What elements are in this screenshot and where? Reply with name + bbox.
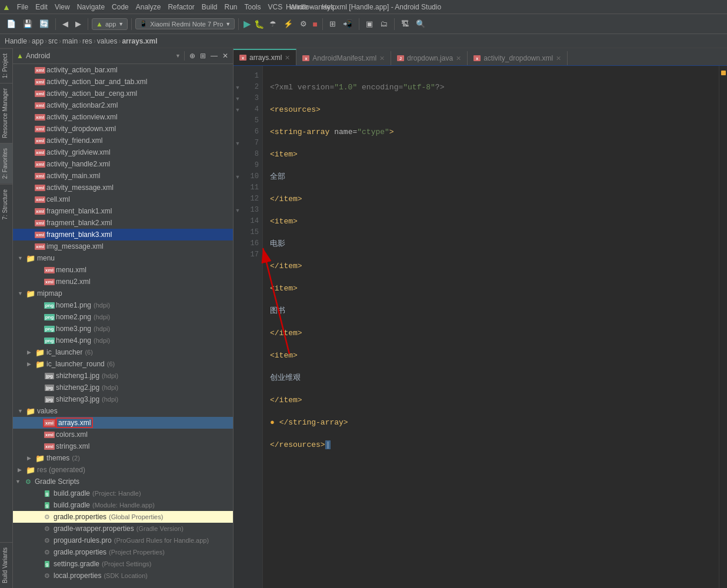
- tree-item-menu-folder[interactable]: ▼ 📁 menu: [13, 252, 233, 264]
- tree-item-ic-launcher[interactable]: ▶ 📁 ic_launcher (6): [13, 346, 233, 358]
- close-icon[interactable]: ✕: [285, 54, 290, 62]
- menu-help[interactable]: Help: [319, 2, 339, 12]
- project-structure-btn[interactable]: 🏗: [398, 18, 412, 30]
- bc-values[interactable]: values: [97, 37, 118, 45]
- new-file-btn[interactable]: 📄: [4, 18, 19, 30]
- tree-item-home1[interactable]: png home1.png (hdpi): [13, 299, 233, 311]
- menu-navigate[interactable]: Navigate: [74, 2, 108, 12]
- tree-item-fragment-blank1[interactable]: xml fragment_blank1.xml: [13, 205, 233, 217]
- tree-item-local-properties[interactable]: ⚙ local.properties (SDK Location): [13, 570, 233, 582]
- tree-item-activity-friend[interactable]: xml activity_friend.xml: [13, 135, 233, 146]
- device-dropdown[interactable]: 📱 Xiaomi Redmi Note 7 Pro ▼: [135, 18, 235, 29]
- android-dropdown-icon[interactable]: ▼: [175, 53, 181, 59]
- tree-item-res-generated[interactable]: ▶ 📁 res (generated): [13, 464, 233, 476]
- menu-code[interactable]: Code: [109, 2, 132, 12]
- tree-item-shizheng3[interactable]: jpg shizheng3.jpg (hdpi): [13, 393, 233, 405]
- save-btn[interactable]: 💾: [20, 18, 35, 30]
- tab-android-manifest[interactable]: x AndroidManifest.xml ✕: [296, 51, 391, 65]
- tree-item-activity-actionbar2[interactable]: xml activity_actionbar2.xml: [13, 99, 233, 111]
- tree-item-activity-gridview[interactable]: xml activity_gridview.xml: [13, 146, 233, 158]
- menu-window[interactable]: Window: [286, 2, 318, 12]
- tree-item-home2[interactable]: png home2.png (hdpi): [13, 311, 233, 323]
- run-btn[interactable]: ▶: [242, 17, 252, 31]
- bc-app[interactable]: app: [32, 37, 44, 45]
- panel-close-btn[interactable]: ✕: [221, 51, 229, 61]
- tree-item-gradle-wrapper[interactable]: ⚙ gradle-wrapper.properties (Gradle Vers…: [13, 523, 233, 534]
- menu-edit[interactable]: Edit: [32, 2, 51, 12]
- tree-item-gradle-properties[interactable]: ⚙ gradle.properties (Global Properties): [13, 511, 233, 523]
- apply-changes-btn[interactable]: ⚙: [297, 18, 310, 30]
- tree-item-activity-dropdown[interactable]: xml activity_dropdown.xml: [13, 123, 233, 135]
- menu-build[interactable]: Build: [199, 2, 221, 12]
- tree-item-colors-xml[interactable]: xml colors.xml: [13, 429, 233, 440]
- tree-item-activity-action-bar[interactable]: xml activity_action_bar.xml: [13, 64, 233, 76]
- tree-item-menu1[interactable]: xml menu.xml: [13, 264, 233, 276]
- tree-item-shizheng1[interactable]: jpg shizheng1.jpg (hdpi): [13, 370, 233, 382]
- bc-res[interactable]: res: [82, 37, 92, 45]
- tab-arrays-xml[interactable]: x arrays.xml ✕: [234, 49, 296, 65]
- tree-item-activity-message[interactable]: xml activity_message.xml: [13, 182, 233, 193]
- menu-analyze[interactable]: Analyze: [133, 2, 164, 12]
- tab-dropdown-java[interactable]: J dropdown.java ✕: [391, 51, 468, 65]
- tree-item-settings-gradle[interactable]: g settings.gradle (Project Settings): [13, 558, 233, 570]
- tree-item-shizheng2[interactable]: jpg shizheng2.jpg (hdpi): [13, 382, 233, 393]
- locate-file-btn[interactable]: ⊕: [188, 51, 196, 61]
- bc-file[interactable]: arrays.xml: [122, 37, 157, 45]
- close-icon[interactable]: ✕: [556, 55, 561, 62]
- tree-item-build-gradle-project[interactable]: g build.gradle (Project: Handle): [13, 487, 233, 499]
- tree-item-activity-action-bar-and-tab[interactable]: xml activity_action_bar_and_tab.xml: [13, 76, 233, 88]
- tree-item-mipmap-folder[interactable]: ▼ 📁 mipmap: [13, 288, 233, 299]
- profile-btn[interactable]: ⚡: [281, 18, 296, 30]
- bc-src[interactable]: src: [48, 37, 58, 45]
- tree-item-home4[interactable]: png home4.png (hdpi): [13, 335, 233, 346]
- tree-item-activity-actionview[interactable]: xml activity_actionview.xml: [13, 111, 233, 123]
- run-config-dropdown[interactable]: ▲ app ▼: [92, 18, 128, 30]
- sdk-manager-btn[interactable]: ⊞: [326, 18, 339, 30]
- stop-btn[interactable]: ■: [311, 18, 318, 30]
- device-file-explorer-btn[interactable]: 🗂: [377, 18, 391, 30]
- tree-item-fragment-blank3[interactable]: xml fragment_blank3.xml: [13, 229, 233, 240]
- tree-item-arrays-xml[interactable]: xml arrays.xml: [13, 417, 233, 429]
- sync-btn[interactable]: 🔄: [36, 18, 52, 30]
- panel-minimize-btn[interactable]: —: [209, 51, 219, 61]
- menu-vcs[interactable]: VCS: [265, 2, 286, 12]
- close-icon[interactable]: ✕: [379, 55, 385, 62]
- build-variants-tab[interactable]: Build Variants: [0, 542, 12, 588]
- tree-item-img-message[interactable]: xml img_message.xml: [13, 240, 233, 252]
- tree-item-activity-handle2[interactable]: xml activity_handle2.xml: [13, 158, 233, 170]
- bc-handle[interactable]: Handle: [5, 37, 27, 45]
- code-editor-content[interactable]: <?xml version="1.0" encoding="utf-8"?> <…: [263, 66, 719, 588]
- menu-tools[interactable]: Tools: [242, 2, 264, 12]
- tree-item-activity-main[interactable]: xml activity_main.xml: [13, 170, 233, 182]
- menu-run[interactable]: Run: [222, 2, 241, 12]
- forward-btn[interactable]: ▶: [72, 18, 84, 30]
- menu-view[interactable]: View: [52, 2, 73, 12]
- search-everywhere-btn[interactable]: 🔍: [413, 18, 428, 30]
- back-btn[interactable]: ◀: [59, 18, 71, 30]
- tab-activity-dropdown[interactable]: x activity_dropdown.xml ✕: [468, 51, 568, 65]
- tree-item-strings-xml[interactable]: xml strings.xml: [13, 440, 233, 452]
- tree-item-gradle-scripts[interactable]: ▼ ⚙ Gradle Scripts: [13, 476, 233, 487]
- tree-item-home3[interactable]: png home3.png (hdpi): [13, 323, 233, 335]
- tree-item-values-folder[interactable]: ▼ 📁 values: [13, 405, 233, 417]
- menu-refactor[interactable]: Refactor: [165, 2, 197, 12]
- bc-main[interactable]: main: [62, 37, 78, 45]
- collapse-all-btn[interactable]: ⊞: [199, 51, 207, 61]
- favorites-tab[interactable]: 2: Favorites: [0, 143, 12, 183]
- project-tab[interactable]: 1: Project: [0, 48, 12, 83]
- tree-item-proguard[interactable]: ⚙ proguard-rules.pro (ProGuard Rules for…: [13, 534, 233, 546]
- avd-manager-btn[interactable]: 📲: [340, 18, 355, 30]
- tree-item-activity-action-bar-ceng[interactable]: xml activity_action_bar_ceng.xml: [13, 88, 233, 99]
- menu-file[interactable]: File: [14, 2, 31, 12]
- structure-tab[interactable]: 7: Structure: [0, 184, 12, 225]
- tree-item-themes-folder[interactable]: ▶ 📁 themes (2): [13, 452, 233, 464]
- resource-manager-tab[interactable]: Resource Manager: [0, 83, 12, 143]
- close-icon[interactable]: ✕: [456, 55, 461, 62]
- tree-item-menu2[interactable]: xml menu2.xml: [13, 276, 233, 288]
- coverage-btn[interactable]: ☂: [266, 18, 279, 30]
- tree-item-fragment-blank2[interactable]: xml fragment_blank2.xml: [13, 217, 233, 229]
- build-variants-btn[interactable]: ▣: [363, 18, 376, 30]
- tree-item-gradle-properties2[interactable]: ⚙ gradle.properties (Project Properties): [13, 546, 233, 558]
- tree-item-build-gradle-app[interactable]: g build.gradle (Module: Handle.app): [13, 499, 233, 511]
- tree-item-cell[interactable]: xml cell.xml: [13, 193, 233, 205]
